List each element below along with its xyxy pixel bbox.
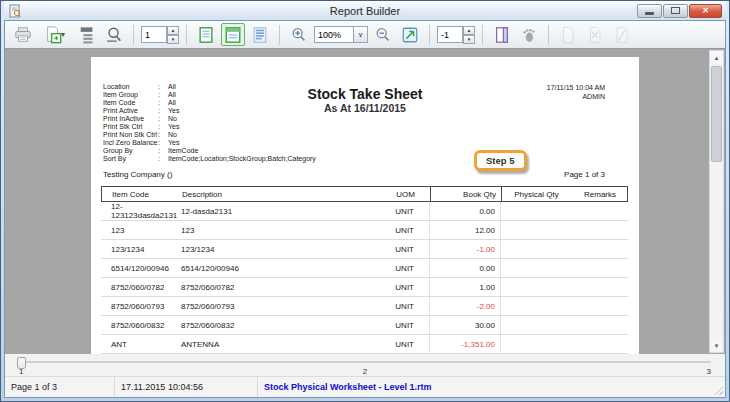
description-cell: 6514/120/00946 [178,264,368,273]
column-header-remarks: Remarks [571,190,629,199]
page-slider: 1 2 3 [5,354,725,376]
zoom-out-button[interactable] [371,23,395,46]
column-header-book-qty: Book Qty [431,187,502,201]
scrollbar-thumb[interactable] [711,66,722,162]
parameter-label: Sort By [103,155,158,163]
outline-button[interactable] [75,23,99,46]
zoom-out-icon [374,26,392,44]
footprint-icon [520,26,538,44]
page-label: Page 1 of 3 [564,170,605,179]
titlebar: Report Builder ✕ [4,1,726,20]
book-qty-cell: -1,351.00 [430,335,501,353]
parameter-label: Print InActive [103,115,158,123]
item-code-cell: 123 [101,226,178,235]
company-name: Testing Company () [103,170,172,179]
edit-page-icon [613,26,631,44]
parameter-label: Print Non Stk Ctrl [103,131,158,139]
item-code-cell: 8752/060/0793 [101,302,178,311]
page-number-down-button[interactable]: ▼ [167,35,179,44]
book-qty-cell: 12.00 [430,221,501,239]
whole-page-view-button[interactable] [194,23,218,46]
description-cell: ANTENNA [178,340,368,349]
parameter-value: ItemCode;Location;StockGroup;Batch;Categ… [168,155,316,163]
slider-thumb[interactable] [17,357,26,369]
toolbar-separator [133,25,134,45]
chevron-up-icon: ▲ [714,55,720,61]
book-qty-cell: 1.00 [430,278,501,296]
zoom-in-button[interactable] [287,23,311,46]
column-header-physical-qty: Physical Qty [502,190,571,199]
uom-cell: UNIT [368,335,430,353]
column-header-uom: UOM [369,187,431,201]
status-page: Page 1 of 3 [5,377,115,397]
slider-track[interactable] [17,357,713,367]
page-number-up-button[interactable]: ▲ [167,26,179,35]
zoom-in-icon [290,26,308,44]
maximize-button[interactable] [663,4,688,18]
description-cell: 8752/060/0782 [178,283,368,292]
company-line: Testing Company () Page 1 of 3 [103,170,605,179]
zoom-dropdown-button[interactable]: ∨ [354,26,368,43]
vertical-scrollbar[interactable]: ▲ ▼ [709,50,724,353]
table-header-row: Item Code Description UOM Book Qty Physi… [101,186,628,202]
table-row: 12-123123dasda2131 12-dasda2131 UNIT 0.0… [101,202,628,221]
description-cell: 12-dasda2131 [178,207,368,216]
close-button[interactable]: ✕ [689,4,722,18]
new-page-button [556,23,580,46]
margins-button[interactable] [490,23,514,46]
scroll-down-button[interactable]: ▼ [710,339,723,352]
search-icon [105,26,123,44]
page-width-view-button[interactable] [221,23,245,46]
parameter-separator: : [158,131,168,139]
copies-down-button[interactable]: ▼ [463,35,475,44]
parameter-row: Print Stk Ctrl : Yes [103,123,316,131]
uom-cell: UNIT [368,202,430,220]
page-width-icon [224,26,242,44]
parameter-separator: : [158,147,168,155]
search-button[interactable] [102,23,126,46]
zoom-level-input[interactable] [314,26,354,43]
item-code-cell: ANT [101,340,178,349]
page-number-input[interactable] [141,26,167,43]
toolbar-separator [429,25,430,45]
slider-labels: 1 2 3 [17,367,713,376]
table-row: 8752/060/0793 8752/060/0793 UNIT -2.00 [101,297,628,316]
stock-take-table: Item Code Description UOM Book Qty Physi… [101,186,628,354]
margins-icon [493,26,511,44]
book-qty-cell: 30.00 [430,316,501,334]
client-area: ▼ ▲ [4,20,726,398]
scroll-up-button[interactable]: ▲ [710,51,723,64]
item-code-cell: 8752/060/0782 [101,283,178,292]
print-icon [14,26,32,44]
table-row: 123 123 UNIT 12.00 [101,221,628,240]
table-row: ANT ANTENNA UNIT -1,351.00 [101,335,628,354]
parameter-label: Incl Zero Balance [103,139,158,147]
column-header-item-code: Item Code [102,190,179,199]
minimize-button[interactable] [637,4,662,18]
report-subtitle: As At 16/11/2015 [91,102,639,114]
uom-cell: UNIT [368,240,430,258]
export-dropdown-caret-icon: ▼ [60,31,67,38]
parameter-separator: : [158,139,168,147]
copies-up-button[interactable]: ▲ [463,26,475,35]
fit-page-button[interactable] [398,23,422,46]
table-row: 123/1234 123/1234 UNIT -1.00 [101,240,628,259]
parameter-label: Group By [103,147,158,155]
copies-input[interactable] [437,26,463,43]
slider-track-line [19,361,711,363]
uom-cell: UNIT [368,316,430,334]
footprint-button[interactable] [517,23,541,46]
print-button[interactable] [11,23,35,46]
slider-label-2: 2 [363,367,367,376]
description-cell: 8752/060/0832 [178,321,368,330]
toolbar-separator [548,25,549,45]
column-header-description: Description [179,190,369,199]
item-code-cell: 8752/060/0832 [101,321,178,330]
delete-page-button [583,23,607,46]
resize-grip[interactable] [714,386,723,395]
item-code-cell: 123/1234 [101,245,178,254]
fit-page-icon [401,26,419,44]
export-button[interactable]: ▼ [38,23,72,46]
whole-page-icon [197,26,215,44]
hundred-percent-view-button[interactable] [248,23,272,46]
